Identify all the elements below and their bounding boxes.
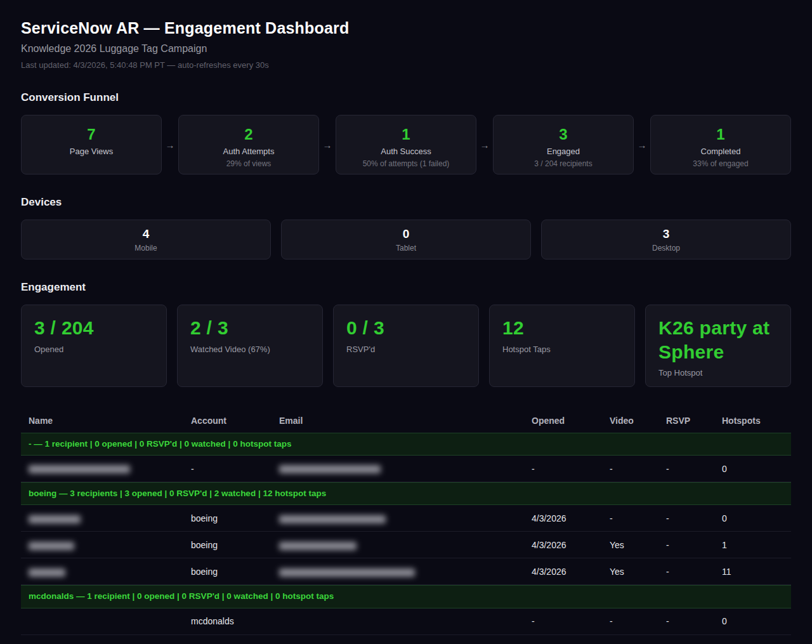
engagement-section: Engagement 3 / 204Opened2 / 3Watched Vid… — [21, 281, 791, 387]
device-count: 0 — [282, 228, 530, 241]
cell-opened: - — [532, 464, 610, 474]
funnel-step-value: 1 — [651, 126, 790, 143]
funnel-arrow-icon: → — [319, 115, 336, 174]
cell-hotspots: 1 — [722, 540, 791, 550]
engagement-row: 3 / 204Opened2 / 3Watched Video (67%)0 /… — [21, 305, 791, 387]
cell-rsvp: - — [666, 464, 722, 474]
table-group-header-row: mcdonalds — 1 recipient | 0 opened | 0 R… — [21, 585, 791, 608]
table-group-header-row: - — 1 recipient | 0 opened | 0 RSVP'd | … — [21, 433, 791, 456]
cell-opened: - — [532, 616, 610, 626]
table-body: - — 1 recipient | 0 opened | 0 RSVP'd | … — [21, 433, 791, 635]
cell-rsvp: - — [666, 540, 722, 550]
engagement-label: RSVP'd — [346, 345, 466, 354]
cell-rsvp: - — [666, 513, 722, 523]
funnel-step-sublabel: 33% of engaged — [651, 159, 790, 168]
funnel-arrow-icon: → — [476, 115, 493, 174]
funnel-row: 7Page Views→2Auth Attempts29% of views→1… — [21, 115, 791, 174]
cell-name — [21, 540, 191, 550]
funnel-step-card: 7Page Views — [21, 115, 162, 174]
device-label: Desktop — [542, 244, 790, 253]
cell-opened: 4/3/2026 — [532, 513, 610, 523]
engagement-value: 2 / 3 — [190, 316, 310, 340]
funnel-step-value: 7 — [22, 126, 161, 143]
column-header-rsvp: RSVP — [666, 416, 722, 426]
table-row: boeing4/3/2026Yes-11 — [21, 558, 791, 585]
engagement-value: 3 / 204 — [34, 316, 154, 340]
column-header-opened: Opened — [532, 416, 610, 426]
conversion-funnel-section: Conversion Funnel 7Page Views→2Auth Atte… — [21, 91, 791, 174]
cell-email — [279, 567, 532, 577]
cell-name — [21, 513, 191, 523]
table-row: ----0 — [21, 456, 791, 482]
device-label: Tablet — [282, 244, 530, 253]
engagement-card: 3 / 204Opened — [21, 305, 167, 387]
engagement-label: Top Hotspot — [658, 368, 778, 378]
dashboard-header: ServiceNow AR — Engagement Dashboard Kno… — [21, 19, 791, 70]
cell-hotspots: 0 — [722, 616, 791, 626]
funnel-step-value: 2 — [179, 126, 318, 143]
funnel-step-label: Engaged — [494, 147, 633, 156]
engagement-label: Hotspot Taps — [502, 345, 622, 354]
funnel-step-label: Auth Success — [336, 147, 476, 156]
last-updated-text: Last updated: 4/3/2026, 5:40:48 PM PT — … — [21, 60, 791, 70]
table-row: boeing4/3/2026Yes-1 — [21, 532, 791, 558]
funnel-step-card: 3Engaged3 / 204 recipients — [493, 115, 634, 174]
cell-account: boeing — [191, 567, 279, 577]
cell-video: - — [610, 616, 666, 626]
funnel-step-value: 1 — [336, 126, 476, 143]
column-header-email: Email — [279, 416, 532, 426]
devices-heading: Devices — [21, 196, 791, 209]
engagement-card: 0 / 3RSVP'd — [333, 305, 479, 387]
funnel-step-label: Auth Attempts — [179, 147, 318, 156]
cell-video: - — [610, 513, 666, 523]
funnel-step-card: 1Completed33% of engaged — [650, 115, 791, 174]
cell-video: - — [610, 464, 666, 474]
cell-name — [21, 567, 191, 577]
cell-email — [279, 513, 532, 523]
column-header-hotspots: Hotspots — [722, 416, 791, 426]
device-card: 4Mobile — [21, 220, 271, 260]
cell-email — [279, 540, 532, 550]
cell-hotspots: 0 — [722, 464, 791, 474]
engagement-card: K26 party at SphereTop Hotspot — [645, 305, 791, 387]
cell-account: mcdonalds — [191, 616, 279, 626]
dashboard-page: ServiceNow AR — Engagement Dashboard Kno… — [0, 0, 812, 644]
funnel-step-sublabel: 29% of views — [179, 159, 318, 168]
column-header-name: Name — [21, 416, 191, 426]
recipients-table: NameAccountEmailOpenedVideoRSVPHotspots … — [21, 409, 791, 635]
cell-video: Yes — [610, 567, 666, 577]
table-row: boeing4/3/2026--0 — [21, 505, 791, 532]
engagement-value: K26 party at Sphere — [658, 316, 778, 364]
device-label: Mobile — [22, 244, 270, 253]
funnel-arrow-icon: → — [162, 115, 178, 174]
device-count: 4 — [22, 228, 270, 241]
engagement-label: Watched Video (67%) — [190, 345, 310, 354]
cell-email-redacted-blob — [279, 568, 415, 577]
cell-account: boeing — [191, 540, 279, 550]
funnel-step-value: 3 — [494, 126, 633, 143]
campaign-subtitle: Knowledge 2026 Luggage Tag Campaign — [21, 43, 791, 55]
funnel-step-sublabel: 3 / 204 recipients — [494, 159, 633, 168]
cell-video: Yes — [610, 540, 666, 550]
cell-account: - — [191, 464, 279, 474]
engagement-card: 2 / 3Watched Video (67%) — [177, 305, 323, 387]
cell-name-redacted-blob — [29, 465, 130, 473]
funnel-step-card: 1Auth Success50% of attempts (1 failed) — [336, 115, 476, 174]
cell-account: boeing — [191, 513, 279, 523]
cell-opened: 4/3/2026 — [532, 540, 610, 550]
devices-row: 4Mobile0Tablet3Desktop — [21, 220, 791, 260]
cell-name-redacted-blob — [29, 542, 74, 550]
engagement-card: 12Hotspot Taps — [489, 305, 635, 387]
funnel-step-sublabel: 50% of attempts (1 failed) — [336, 159, 476, 168]
cell-name — [21, 464, 191, 474]
page-title: ServiceNow AR — Engagement Dashboard — [21, 19, 791, 37]
cell-email-redacted-blob — [279, 542, 357, 550]
table-header-row: NameAccountEmailOpenedVideoRSVPHotspots — [21, 409, 791, 433]
funnel-step-label: Completed — [651, 147, 790, 156]
cell-name-redacted-blob — [29, 568, 65, 577]
funnel-arrow-icon: → — [634, 115, 650, 174]
funnel-step-label: Page Views — [22, 147, 161, 156]
engagement-label: Opened — [34, 345, 154, 354]
engagement-value: 0 / 3 — [346, 316, 466, 340]
device-count: 3 — [542, 228, 790, 241]
